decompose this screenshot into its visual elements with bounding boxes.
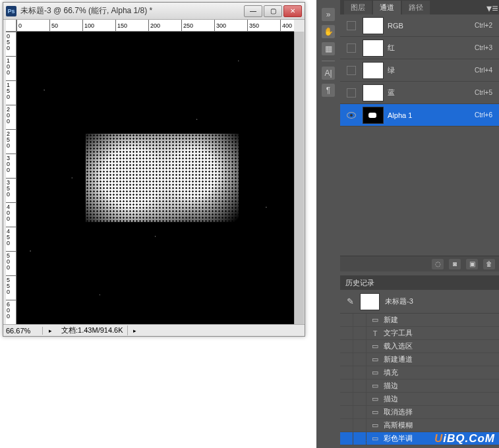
history-marker-col[interactable] [353, 393, 367, 405]
load-selection-icon[interactable]: ◌ [432, 259, 444, 269]
channel-row[interactable]: 绿Ctrl+4 [340, 59, 499, 82]
history-marker-col[interactable] [353, 353, 367, 366]
channel-thumbnail [363, 62, 384, 79]
channel-row[interactable]: 蓝Ctrl+5 [340, 82, 499, 104]
horizontal-ruler[interactable]: 050100150200250300350400450500550600 [16, 20, 294, 32]
tool-dock: » ✋ ▦ A| ¶ [322, 4, 338, 101]
history-step-icon: ▭ [370, 356, 380, 364]
channel-row[interactable]: 红Ctrl+3 [340, 37, 499, 59]
history-item[interactable]: ▭填充 [340, 366, 499, 379]
visibility-toggle[interactable] [344, 66, 359, 75]
history-source-col[interactable] [340, 340, 353, 352]
status-bar: 66.67% ▸ 文档:1.43M/914.6K ▸ [3, 324, 305, 336]
history-marker-col[interactable] [353, 314, 367, 326]
status-chevron-icon[interactable]: ▸ [131, 326, 140, 335]
history-step-icon: ▭ [370, 316, 380, 324]
channel-shortcut: Ctrl+3 [475, 44, 495, 51]
document-window: Ps 未标题-3 @ 66.7% (能行, Alpha 1/8) * — ▢ ✕… [3, 2, 305, 337]
channel-row[interactable]: Alpha 1Ctrl+6 [340, 104, 499, 126]
channel-shortcut: Ctrl+2 [475, 22, 495, 29]
visibility-box [347, 21, 356, 30]
dock-handle-icon[interactable]: » [322, 8, 335, 21]
history-item[interactable]: ▭描边 [340, 379, 499, 393]
close-button[interactable]: ✕ [283, 5, 302, 17]
channel-name: 绿 [388, 65, 475, 75]
channel-shortcut: Ctrl+4 [475, 67, 495, 74]
panel-tabs: 图层通道路径▾≡ [340, 0, 499, 14]
history-brush-icon: ✎ [344, 296, 356, 308]
history-source-col[interactable] [340, 432, 353, 445]
history-item[interactable]: ▭载入选区 [340, 340, 499, 353]
eye-icon [347, 112, 356, 119]
visibility-toggle[interactable] [344, 43, 359, 53]
paragraph-icon[interactable]: ¶ [322, 84, 335, 97]
titlebar[interactable]: Ps 未标题-3 @ 66.7% (能行, Alpha 1/8) * — ▢ ✕ [3, 3, 305, 20]
history-step-icon: ▭ [370, 435, 380, 443]
history-marker-col[interactable] [353, 379, 367, 392]
history-source-col[interactable] [340, 366, 353, 379]
channel-list: RGBCtrl+2红Ctrl+3绿Ctrl+4蓝Ctrl+5Alpha 1Ctr… [340, 14, 499, 126]
channel-thumbnail [363, 40, 384, 57]
tab-通道[interactable]: 通道 [373, 1, 401, 14]
channel-row[interactable]: RGBCtrl+2 [340, 14, 499, 37]
history-source-col[interactable] [340, 314, 353, 326]
history-marker-col[interactable] [353, 327, 367, 339]
history-step-icon: ▭ [370, 408, 380, 416]
snapshot-thumbnail [360, 293, 380, 310]
history-source-col[interactable] [340, 393, 353, 405]
history-snapshot[interactable]: ✎ 未标题-3 [340, 290, 499, 314]
visibility-toggle[interactable] [344, 21, 359, 30]
history-source-col[interactable] [340, 406, 353, 418]
panel-menu-icon[interactable]: ▾≡ [486, 2, 499, 14]
maximize-button[interactable]: ▢ [264, 5, 282, 17]
tab-路径[interactable]: 路径 [402, 1, 430, 14]
minimize-button[interactable]: — [244, 5, 262, 17]
history-panel: 历史记录 ✎ 未标题-3 ▭新建T文字工具▭载入选区▭新建通道▭填充▭描边▭描边… [340, 275, 499, 448]
visibility-box [347, 66, 356, 75]
history-step-icon: ▭ [370, 382, 380, 390]
delete-channel-icon[interactable]: 🗑 [483, 259, 495, 269]
vertical-ruler[interactable]: 050100150200250300350400450500550600 [6, 32, 16, 324]
channel-shortcut: Ctrl+5 [475, 89, 495, 96]
swatches-icon[interactable]: ▦ [322, 42, 335, 55]
history-marker-col[interactable] [353, 340, 367, 352]
history-title[interactable]: 历史记录 [340, 275, 499, 290]
canvas[interactable] [16, 32, 294, 324]
zoom-level[interactable]: 66.67% [3, 327, 43, 335]
history-marker-col[interactable] [353, 366, 367, 379]
visibility-toggle[interactable] [344, 112, 359, 119]
status-expand-icon[interactable]: ▸ [45, 326, 55, 335]
history-item[interactable]: ▭新建 [340, 314, 499, 327]
vertical-scrollbar[interactable] [294, 32, 305, 324]
history-source-col[interactable] [340, 327, 353, 339]
history-source-col[interactable] [340, 379, 353, 392]
save-selection-icon[interactable]: ◙ [449, 259, 461, 269]
history-source-col[interactable] [340, 419, 353, 432]
history-step-label: 描边 [384, 381, 499, 391]
history-step-label: 文字工具 [384, 328, 499, 338]
history-list: ▭新建T文字工具▭载入选区▭新建通道▭填充▭描边▭描边▭取消选择▭高斯模糊▭彩色… [340, 314, 499, 445]
history-step-label: 填充 [384, 368, 499, 378]
history-item[interactable]: ▭新建通道 [340, 353, 499, 366]
history-source-col[interactable] [340, 353, 353, 366]
hand-icon[interactable]: ✋ [322, 25, 335, 38]
history-marker-col[interactable] [353, 406, 367, 418]
new-channel-icon[interactable]: ▣ [466, 259, 478, 269]
document-info[interactable]: 文档:1.43M/914.6K [57, 325, 128, 335]
channel-thumbnail [363, 84, 384, 101]
canvas-content [16, 32, 294, 324]
history-item[interactable]: ▭描边 [340, 393, 499, 406]
history-marker-col[interactable] [353, 419, 367, 432]
ruler-origin[interactable] [6, 20, 16, 32]
character-icon[interactable]: A| [322, 67, 335, 80]
visibility-toggle[interactable] [344, 88, 359, 98]
divider [322, 61, 335, 61]
history-step-label: 高斯模糊 [384, 420, 499, 430]
tab-图层[interactable]: 图层 [344, 1, 372, 14]
history-item[interactable]: T文字工具 [340, 327, 499, 340]
visibility-box [347, 43, 356, 53]
panel-footer: ◌ ◙ ▣ 🗑 [340, 256, 499, 271]
history-item[interactable]: ▭取消选择 [340, 406, 499, 419]
history-item[interactable]: ▭高斯模糊 [340, 419, 499, 432]
history-step-icon: ▭ [370, 422, 380, 430]
